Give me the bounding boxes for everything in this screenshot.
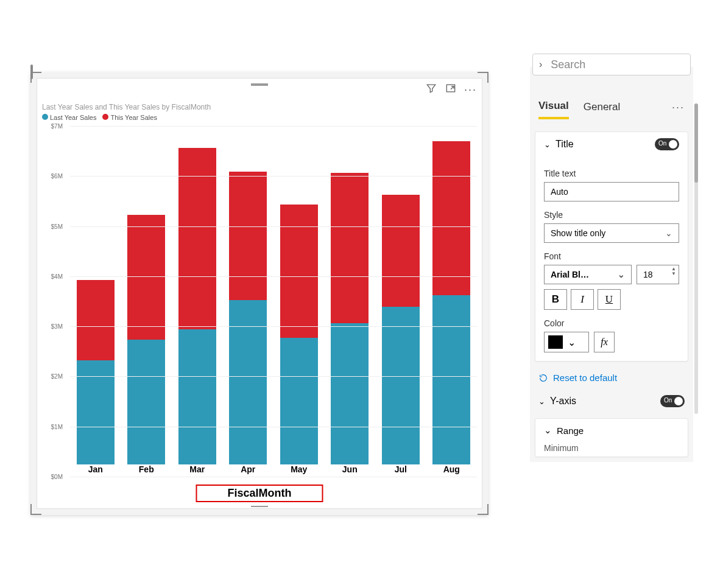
chart-title: Last Year Sales and This Year Sales by F… <box>42 103 211 111</box>
y-tick-label: $5M <box>51 223 63 229</box>
font-size-input[interactable]: 18 ▲▼ <box>637 265 679 284</box>
search-placeholder: Search <box>551 58 585 71</box>
selection-handle[interactable] <box>30 65 33 79</box>
y-tick-label: $2M <box>51 373 63 380</box>
bar-segment[interactable] <box>280 205 318 338</box>
reset-icon <box>538 373 548 383</box>
chart-legend: Last Year Sales This Year Sales <box>42 114 157 121</box>
chevron-down-icon: ⌄ <box>538 397 545 406</box>
style-select[interactable]: Show title only ⌄ <box>544 223 679 243</box>
legend-item-label: This Year Sales <box>110 114 157 121</box>
bar-column[interactable] <box>229 126 267 464</box>
selection-handle[interactable] <box>478 72 489 83</box>
search-input[interactable]: › Search <box>532 54 691 75</box>
y-tick-label: $4M <box>51 273 63 279</box>
yaxis-toggle[interactable]: On <box>660 395 685 407</box>
y-tick-label: $1M <box>51 423 63 430</box>
font-family-select[interactable]: Arial Bl… ⌄ <box>544 265 632 284</box>
section-range[interactable]: ⌄ Range <box>544 425 679 436</box>
underline-button[interactable]: U <box>598 289 621 310</box>
gridline <box>70 276 477 277</box>
gridline <box>70 376 477 377</box>
bar-segment[interactable] <box>331 173 369 323</box>
color-picker[interactable]: ⌄ <box>544 332 589 352</box>
chevron-down-icon: ⌄ <box>544 140 551 149</box>
bar-segment[interactable] <box>77 280 115 361</box>
bar-segment[interactable] <box>432 141 470 295</box>
bar-segment[interactable] <box>432 295 470 464</box>
bar-segment[interactable] <box>331 323 369 464</box>
format-tabs: Visual General ··· <box>530 91 693 119</box>
format-pane: › Search Visual General ··· ⌄Title On Ti… <box>530 67 693 462</box>
chart-visual[interactable]: ··· Last Year Sales and This Year Sales … <box>37 78 482 509</box>
field-label: Font <box>544 251 679 261</box>
filter-icon[interactable] <box>425 82 437 97</box>
drag-handle-icon[interactable] <box>251 506 268 508</box>
x-axis-title: FiscalMonth <box>196 485 323 502</box>
color-swatch <box>548 335 563 349</box>
chevron-down-icon: ⌄ <box>544 425 552 436</box>
y-tick-label: $7M <box>51 123 63 130</box>
bar-column[interactable] <box>280 126 318 464</box>
bold-button[interactable]: B <box>544 289 567 310</box>
section-yaxis[interactable]: ⌄Y-axis On <box>530 389 693 413</box>
bar-segment[interactable] <box>382 195 420 307</box>
gridline <box>70 427 477 427</box>
section-title[interactable]: ⌄Title On <box>535 131 688 156</box>
drag-handle-icon[interactable] <box>251 83 268 86</box>
selection-handle[interactable] <box>478 504 489 515</box>
field-label: Style <box>544 210 679 220</box>
focus-mode-icon[interactable] <box>445 82 457 97</box>
gridline <box>70 226 477 227</box>
gridline <box>70 126 477 127</box>
gridline <box>70 326 477 327</box>
stepper-icon[interactable]: ▲▼ <box>671 267 676 276</box>
bar-segment[interactable] <box>127 340 165 464</box>
title-toggle[interactable]: On <box>655 138 679 150</box>
bar-column[interactable] <box>432 126 470 464</box>
bar-segment[interactable] <box>382 307 420 464</box>
bar-column[interactable] <box>331 126 369 464</box>
bar-column[interactable] <box>382 126 420 464</box>
y-tick-label: $6M <box>51 173 63 180</box>
chevron-down-icon: ⌄ <box>568 337 576 348</box>
bar-segment[interactable] <box>229 300 267 464</box>
legend-item-label: Last Year Sales <box>50 114 96 121</box>
field-label: Minimum <box>544 443 679 453</box>
chart-plot-area: $0M$1M$2M$3M$4M$5M$6M$7M JanFebMarAprMay… <box>42 126 477 479</box>
y-tick-label: $3M <box>51 323 63 330</box>
y-tick-label: $0M <box>51 474 63 480</box>
reset-to-default-button[interactable]: Reset to default <box>530 366 693 389</box>
bar-column[interactable] <box>178 126 216 464</box>
field-label: Title text <box>544 169 679 178</box>
bar-segment[interactable] <box>178 329 216 464</box>
scrollbar[interactable] <box>694 103 698 414</box>
title-text-input[interactable]: Auto <box>544 182 679 201</box>
bar-column[interactable] <box>127 126 165 464</box>
gridline <box>70 176 477 177</box>
chevron-down-icon: ⌄ <box>665 228 672 238</box>
fx-button[interactable]: fx <box>594 332 615 352</box>
bar-segment[interactable] <box>229 172 267 299</box>
more-options-icon[interactable]: ··· <box>672 101 685 114</box>
bar-segment[interactable] <box>127 215 165 340</box>
tab-visual[interactable]: Visual <box>538 95 569 119</box>
selection-handle[interactable] <box>30 504 41 515</box>
tab-general[interactable]: General <box>584 96 620 118</box>
gridline <box>70 477 477 477</box>
bar-column[interactable] <box>77 126 115 464</box>
bar-segment[interactable] <box>178 148 216 329</box>
scrollbar-thumb[interactable] <box>694 103 698 183</box>
more-options-icon[interactable]: ··· <box>464 83 477 96</box>
italic-button[interactable]: I <box>571 289 594 310</box>
chevron-right-icon: › <box>539 59 542 70</box>
bar-segment[interactable] <box>280 338 318 464</box>
chevron-down-icon: ⌄ <box>618 270 625 279</box>
field-label: Color <box>544 318 679 328</box>
chart-canvas[interactable]: ··· Last Year Sales and This Year Sales … <box>30 72 489 515</box>
